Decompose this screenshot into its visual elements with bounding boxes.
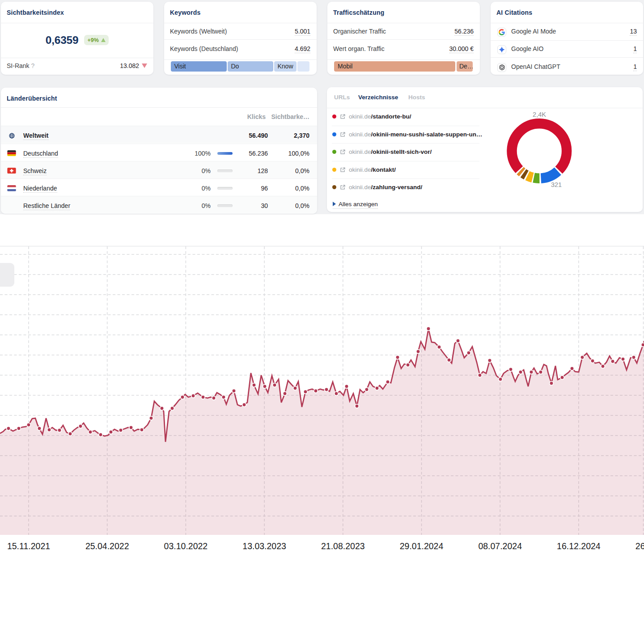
- svg-text:16.12.2024: 16.12.2024: [557, 541, 601, 551]
- svg-text:13.03.2023: 13.03.2023: [242, 541, 286, 551]
- svg-text:21.08.2023: 21.08.2023: [321, 541, 365, 551]
- svg-text:03.10.2022: 03.10.2022: [164, 541, 208, 551]
- svg-text:25.04.2022: 25.04.2022: [85, 541, 129, 551]
- svg-text:29.01.2024: 29.01.2024: [400, 541, 444, 551]
- svg-text:26.05.2025: 26.05.2025: [636, 541, 644, 551]
- svg-text:08.07.2024: 08.07.2024: [478, 541, 522, 551]
- svg-text:15.11.2021: 15.11.2021: [7, 541, 50, 551]
